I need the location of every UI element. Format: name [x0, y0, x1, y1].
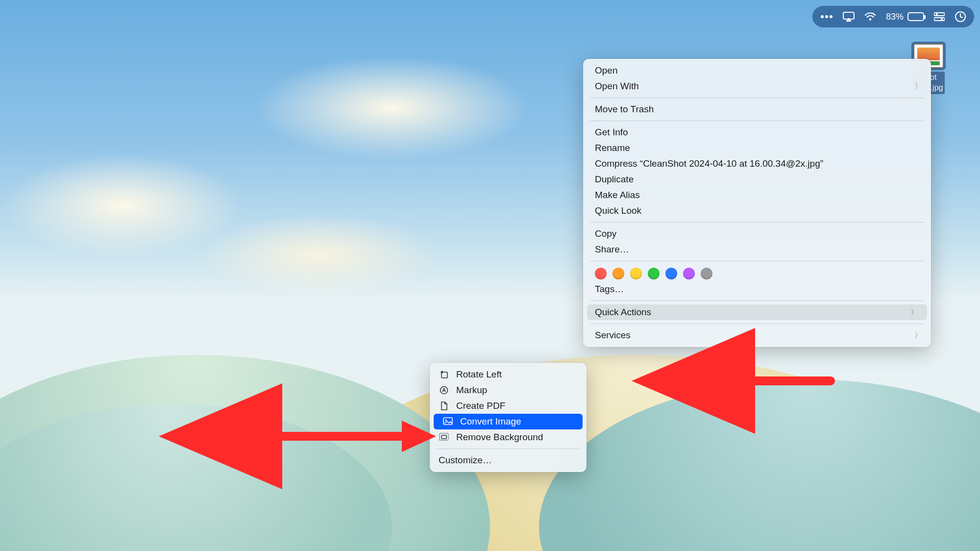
menu-separator	[590, 261, 924, 261]
wifi-icon[interactable]	[864, 12, 876, 21]
annotation-arrow	[260, 422, 421, 451]
svg-point-0	[821, 15, 824, 18]
menu-item-copy[interactable]: Copy	[583, 226, 931, 242]
battery-percent: 83%	[886, 12, 904, 22]
menu-item-duplicate[interactable]: Duplicate	[583, 172, 931, 187]
menu-item-open-with[interactable]: Open With〉	[583, 78, 931, 94]
menu-item-quick-look[interactable]: Quick Look	[583, 203, 931, 219]
menu-item-open[interactable]: Open	[583, 63, 931, 78]
svg-marker-20	[402, 421, 436, 452]
image-icon	[442, 417, 453, 426]
screen-mirroring-icon[interactable]	[843, 12, 855, 22]
menu-separator	[590, 301, 924, 301]
submenu-item-convert-image[interactable]: Convert Image	[434, 414, 583, 429]
svg-point-1	[825, 15, 828, 18]
svg-rect-6	[934, 13, 945, 16]
chevron-right-icon: 〉	[910, 307, 918, 318]
tag-green[interactable]	[648, 268, 660, 279]
remove-bg-icon	[439, 433, 449, 442]
control-center-icon[interactable]	[934, 12, 945, 21]
svg-point-9	[941, 18, 943, 20]
tag-color-row	[583, 265, 931, 281]
tag-red[interactable]	[595, 268, 607, 279]
tag-orange[interactable]	[612, 268, 624, 279]
svg-point-2	[830, 15, 833, 18]
menu-item-quick-actions[interactable]: Quick Actions〉	[587, 304, 927, 320]
markup-icon	[439, 386, 449, 395]
menu-separator	[590, 121, 924, 121]
tag-grey[interactable]	[701, 268, 712, 279]
svg-rect-15	[440, 433, 448, 440]
submenu-item-create-pdf[interactable]: Create PDF	[430, 398, 587, 414]
menu-item-move-to-trash[interactable]: Move to Trash	[583, 101, 931, 117]
submenu-item-rotate-left[interactable]: Rotate Left	[430, 367, 587, 382]
svg-point-5	[869, 18, 871, 20]
menu-separator	[437, 449, 580, 449]
context-menu: Open Open With〉 Move to Trash Get Info R…	[583, 59, 931, 347]
chevron-right-icon: 〉	[914, 81, 922, 92]
rotate-icon	[439, 370, 449, 379]
tag-blue[interactable]	[665, 268, 677, 279]
menu-separator	[590, 324, 924, 324]
clock-icon[interactable]	[955, 11, 966, 23]
battery-status[interactable]: 83%	[886, 12, 924, 22]
menu-item-tags[interactable]: Tags…	[583, 281, 931, 297]
tag-yellow[interactable]	[630, 268, 642, 279]
document-icon	[439, 401, 449, 410]
quick-actions-submenu: Rotate Left Markup Create PDF Convert Im…	[430, 363, 587, 472]
menu-item-rename[interactable]: Rename	[583, 140, 931, 156]
menu-item-get-info[interactable]: Get Info	[583, 125, 931, 140]
battery-icon	[907, 12, 924, 21]
svg-point-7	[936, 13, 938, 15]
menu-item-make-alias[interactable]: Make Alias	[583, 187, 931, 203]
menu-item-compress[interactable]: Compress “CleanShot 2024-04-10 at 16.00.…	[583, 156, 931, 172]
submenu-item-customize[interactable]: Customize…	[430, 452, 587, 468]
menu-separator	[590, 98, 924, 98]
menu-bar: 83%	[812, 6, 974, 27]
svg-point-14	[445, 419, 446, 421]
menu-item-share[interactable]: Share…	[583, 242, 931, 257]
submenu-item-remove-background[interactable]: Remove Background	[430, 429, 587, 445]
svg-rect-16	[441, 435, 446, 439]
desktop: 83% Shot@2x.jpg Open Open With〉 Move to …	[0, 0, 980, 551]
annotation-arrow-head	[402, 421, 436, 452]
tag-purple[interactable]	[683, 268, 695, 279]
svg-marker-21	[720, 365, 755, 397]
menu-item-services[interactable]: Services〉	[583, 327, 931, 343]
more-icon[interactable]	[820, 14, 833, 20]
submenu-item-markup[interactable]: Markup	[430, 382, 587, 398]
chevron-right-icon: 〉	[914, 330, 922, 341]
menu-separator	[590, 222, 924, 223]
annotation-arrow-head	[720, 365, 755, 397]
svg-rect-8	[934, 18, 945, 21]
